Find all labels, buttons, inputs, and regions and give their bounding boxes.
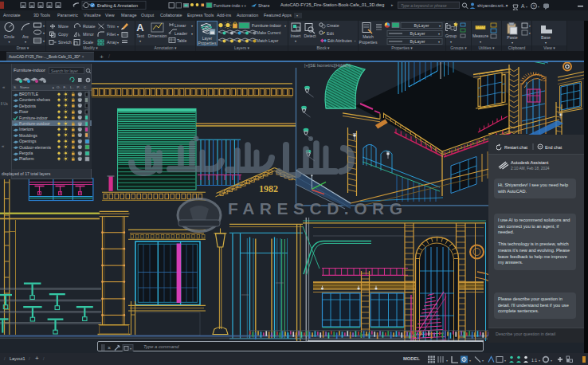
svg-text:1982: 1982 [259, 183, 278, 194]
svg-text:▾: ▾ [43, 39, 45, 43]
svg-text:▾: ▾ [8, 40, 10, 44]
svg-text:Edit: Edit [327, 31, 334, 36]
svg-text:Table: Table [177, 38, 187, 43]
svg-text:Share: Share [258, 3, 269, 8]
svg-text:▾: ▾ [512, 41, 513, 45]
svg-text:?: ? [532, 4, 535, 9]
svg-text:shiyamdev.srit..▾: shiyamdev.srit..▾ [477, 3, 508, 8]
svg-text:▾: ▾ [43, 31, 45, 35]
svg-text:▾: ▾ [446, 359, 448, 363]
svg-text:▾: ▾ [191, 24, 193, 28]
svg-text:▾ ▾: ▾ ▾ [241, 4, 247, 8]
svg-text:ByLayer: ByLayer [410, 31, 425, 36]
svg-text:▾: ▾ [284, 24, 286, 28]
svg-text:Paste: Paste [507, 35, 517, 40]
svg-text:Properties: Properties [359, 40, 378, 45]
svg-text:Circle: Circle [4, 34, 15, 39]
svg-text:▾: ▾ [529, 25, 531, 28]
svg-text:▾: ▾ [191, 32, 193, 36]
svg-text:Arc: Arc [22, 34, 29, 39]
svg-text:▾: ▾ [117, 41, 119, 45]
svg-text:▾: ▾ [439, 24, 441, 28]
svg-text:Group: Group [445, 33, 457, 38]
svg-text:Move: Move [58, 24, 69, 29]
svg-text:Restart chat: Restart chat [504, 145, 528, 150]
svg-text:Array: Array [107, 40, 117, 45]
svg-text:Drafting & Annotation: Drafting & Annotation [97, 3, 138, 8]
svg-text:▾: ▾ [504, 359, 506, 363]
svg-text:▾: ▾ [117, 33, 119, 37]
svg-text:Linear: Linear [174, 23, 186, 28]
svg-text:▾: ▾ [482, 359, 484, 363]
svg-text:Trim: Trim [107, 24, 116, 29]
svg-text:×: × [108, 345, 111, 351]
svg-text:1:1: 1:1 [531, 358, 537, 363]
svg-text:Make Current: Make Current [257, 30, 281, 35]
svg-text:Measure: Measure [472, 33, 488, 38]
svg-text:Furniture-indoor: Furniture-indoor [252, 23, 281, 28]
svg-text:▾: ▾ [117, 25, 119, 29]
svg-text:Insert: Insert [291, 33, 302, 38]
svg-text:Edit Attributes: Edit Attributes [327, 38, 352, 43]
svg-text:▾: ▾ [526, 5, 527, 9]
svg-text:A: A [136, 22, 144, 33]
svg-text:Match: Match [363, 34, 374, 39]
svg-text:Base: Base [541, 35, 551, 40]
svg-text:▾: ▾ [469, 359, 471, 363]
svg-text:Leader: Leader [174, 31, 187, 36]
svg-text:ByLayer: ByLayer [410, 39, 425, 44]
svg-text:Mirror: Mirror [83, 32, 94, 37]
svg-text:ByLayer: ByLayer [414, 23, 429, 28]
svg-text:Dimension: Dimension [148, 33, 167, 38]
svg-text:▾: ▾ [139, 39, 141, 43]
svg-text:Fillet: Fillet [107, 32, 116, 37]
svg-text:▾: ▾ [551, 359, 552, 363]
svg-text:▾: ▾ [43, 24, 45, 28]
svg-text:▾: ▾ [295, 39, 296, 43]
svg-text:Text: Text [136, 33, 144, 38]
svg-text:Create: Create [327, 23, 339, 28]
svg-text:▾: ▾ [25, 40, 26, 44]
svg-text:▾: ▾ [438, 40, 440, 44]
svg-text:▾: ▾ [450, 40, 452, 44]
svg-text:End chat: End chat [545, 145, 563, 150]
svg-text:Properties: Properties [198, 41, 217, 45]
svg-text:▾: ▾ [438, 32, 440, 36]
svg-text:▾: ▾ [545, 41, 547, 45]
svg-text:▪: ▪ [355, 40, 355, 43]
svg-text:Scale: Scale [83, 40, 93, 45]
svg-text:▾: ▾ [130, 347, 131, 351]
svg-text:Copy: Copy [58, 32, 69, 37]
svg-text:▾: ▾ [538, 5, 539, 9]
svg-text:Furniture-indo: Furniture-indo [214, 3, 241, 8]
svg-text:Detect: Detect [304, 33, 317, 38]
svg-text:▾: ▾ [529, 32, 531, 35]
svg-text:Match Layer: Match Layer [257, 38, 279, 43]
svg-text:Rotate: Rotate [83, 24, 96, 29]
svg-text:▾: ▾ [480, 40, 481, 44]
svg-text:Stretch: Stretch [58, 40, 72, 45]
svg-text:A: A [521, 3, 525, 9]
svg-text:▾: ▾ [539, 359, 540, 363]
